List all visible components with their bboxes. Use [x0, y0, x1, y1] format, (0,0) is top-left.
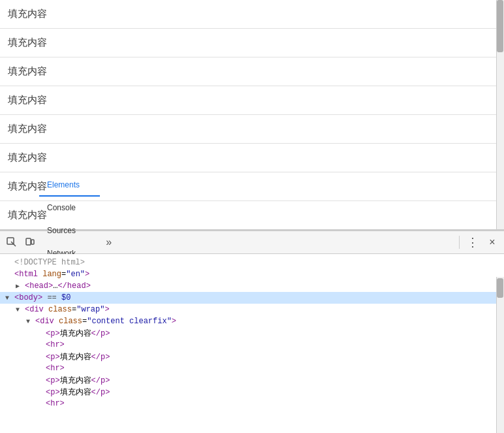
content-row: 填充内容	[0, 29, 504, 57]
devtools-code-area: <!DOCTYPE html><html lang="en">▶<head>…<…	[0, 254, 504, 433]
code-line: ▼<body> == $0	[0, 292, 504, 304]
content-row: 填充内容	[0, 0, 504, 29]
code-content: <hr>	[46, 399, 65, 408]
expand-arrow[interactable]: ▼	[5, 318, 35, 325]
close-button[interactable]: ×	[483, 233, 501, 251]
inspect-icon-button[interactable]	[3, 233, 21, 251]
svg-rect-3	[31, 240, 34, 244]
code-content: <p>填充内容</p>	[46, 328, 110, 339]
code-line: <html lang="en">	[0, 268, 504, 280]
code-content: <html lang="en">	[14, 270, 89, 279]
menu-button[interactable]: ⋮	[464, 233, 482, 251]
devtools-tab-sources[interactable]: Sources	[39, 219, 100, 242]
code-line: <p>填充内容</p>	[0, 374, 504, 386]
code-content: <!DOCTYPE html>	[14, 258, 85, 267]
code-line: ▶<head>…</head>	[0, 280, 504, 292]
content-row: 填充内容	[0, 86, 504, 115]
code-line: <hr>	[0, 339, 504, 351]
code-content: <div class="content clearfix">	[35, 317, 176, 326]
content-row: 填充内容	[0, 57, 504, 86]
code-line: ▼<div class="content clearfix">	[0, 315, 504, 327]
code-content: <p>填充内容</p>	[46, 375, 110, 386]
code-content: <body> == $0	[14, 293, 71, 302]
code-line: <hr>	[0, 398, 504, 409]
expand-arrow[interactable]: ▼	[5, 295, 14, 302]
code-lines-container: <!DOCTYPE html><html lang="en">▶<head>…<…	[0, 257, 504, 409]
devtools-tab-console[interactable]: Console	[39, 197, 100, 219]
devtools-scrollbar-thumb[interactable]	[497, 278, 503, 298]
code-line: <hr>	[0, 362, 504, 374]
code-line: ▼<div class="wrap">	[0, 304, 504, 315]
devtools-panel: ElementsConsoleSourcesNetworkPerformance…	[0, 230, 504, 433]
device-icon-button[interactable]	[21, 233, 39, 251]
code-line: <p>填充内容</p>	[0, 351, 504, 362]
code-content: <hr>	[46, 340, 65, 349]
code-line: <p>填充内容</p>	[0, 327, 504, 339]
devtools-toolbar: ElementsConsoleSourcesNetworkPerformance…	[0, 231, 504, 254]
page-scrollbar-thumb[interactable]	[497, 0, 503, 52]
devtools-scrollbar[interactable]	[496, 277, 504, 433]
svg-rect-2	[26, 238, 31, 245]
devtools-tab-elements[interactable]: Elements	[39, 174, 100, 197]
expand-arrow[interactable]: ▶	[5, 282, 25, 290]
code-content: <p>填充内容</p>	[46, 351, 110, 362]
code-content: <div class="wrap">	[25, 305, 110, 314]
toolbar-right: ⋮ ×	[456, 233, 501, 251]
page-scrollbar[interactable]	[496, 0, 504, 230]
more-tabs-button[interactable]: »	[101, 233, 117, 251]
content-row: 填充内容	[0, 115, 504, 144]
expand-arrow[interactable]: ▼	[5, 306, 25, 313]
code-content: <p>填充内容</p>	[46, 387, 110, 398]
toolbar-divider	[459, 236, 460, 249]
code-content: <head>…</head>	[25, 281, 91, 291]
code-content: <hr>	[46, 364, 65, 373]
code-line: <!DOCTYPE html>	[0, 257, 504, 268]
content-row: 填充内容	[0, 144, 504, 172]
code-line: <p>填充内容</p>	[0, 386, 504, 398]
